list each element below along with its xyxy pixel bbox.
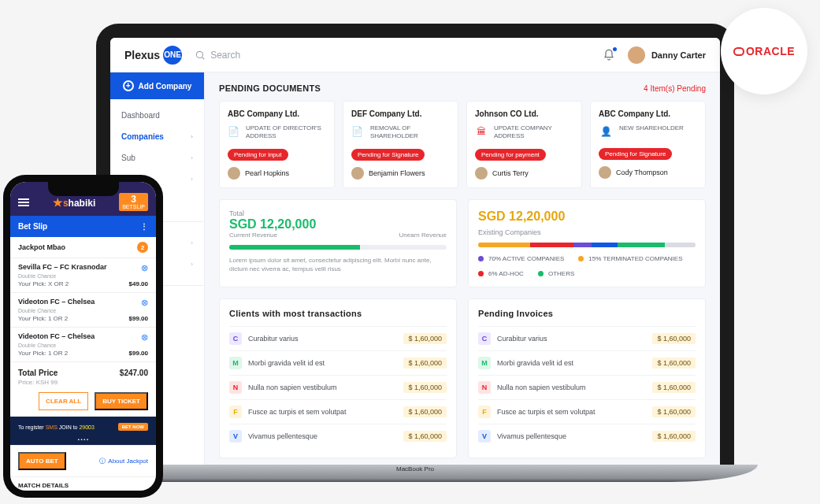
companies-subtitle: Existing Companies: [478, 228, 696, 236]
revenue-total-label: Total: [229, 209, 447, 217]
row-name: Curabitur varius: [248, 335, 299, 343]
about-jackpot-link[interactable]: ⓘ About Jackpot: [99, 457, 148, 465]
document-icon: 📄: [228, 124, 239, 139]
chevron-right-icon: ›: [191, 176, 193, 183]
laptop-base: MacBook Pro: [72, 465, 758, 482]
row-name: Vivamus pellentesque: [497, 432, 566, 440]
table-row[interactable]: M Morbi gravida velit id est $ 1,60,000: [478, 350, 696, 375]
table-row[interactable]: F Fusce ac turpis et sem volutpat $ 1,60…: [478, 399, 696, 424]
document-icon: 📄: [351, 124, 364, 139]
avatar: [475, 167, 488, 180]
legend-item: 6% AD-HOC: [478, 270, 524, 277]
remove-icon[interactable]: ⊗: [141, 298, 148, 308]
card-company: Johnson CO Ltd.: [475, 109, 573, 118]
match-name: Videoton FC – Chelsea: [18, 298, 95, 308]
card-company: ABC Company Ltd.: [228, 109, 326, 118]
sidebar-item[interactable]: Dashboard: [110, 106, 204, 125]
pending-count-link[interactable]: 4 Item(s) Pending: [644, 84, 706, 93]
bet-now-button[interactable]: BET NOW: [118, 423, 148, 431]
chevron-right-icon: ›: [191, 261, 193, 268]
row-value: $ 1,60,000: [652, 333, 696, 344]
status-badge: Pending for input: [228, 149, 288, 161]
total-value: $247.00: [120, 369, 148, 377]
row-value: $ 1,60,000: [403, 358, 447, 369]
row-letter-badge: M: [229, 357, 242, 369]
card-person: Curtis Terry: [492, 169, 529, 177]
row-name: Fusce ac turpis et sem volutpat: [497, 408, 596, 416]
dashboard-screen: Plexus ONE Search Danny Carter + A: [110, 38, 720, 465]
bet-price: $49.00: [129, 280, 148, 287]
invoices-panel: Pending Invoices C Curabitur varius $ 1,…: [468, 298, 706, 458]
pending-card[interactable]: ABC Company Ltd. 📄 UPDATE OF DIRECTOR'S …: [219, 101, 335, 188]
card-person: Pearl Hopkins: [245, 169, 289, 177]
jackpot-row[interactable]: Jackpot Mbao 2: [10, 237, 156, 258]
row-letter-badge: F: [229, 406, 242, 418]
table-row[interactable]: C Curabitur varius $ 1,60,000: [229, 326, 447, 350]
row-value: $ 1,60,000: [652, 382, 696, 393]
match-name: Sevilla FC – FC Krasnodar: [18, 263, 107, 273]
app-logo[interactable]: Plexus ONE: [124, 46, 182, 65]
row-letter-badge: N: [229, 381, 242, 394]
add-company-button[interactable]: + Add Company: [110, 72, 204, 99]
remove-icon[interactable]: ⊗: [141, 263, 148, 273]
table-row[interactable]: F Fusce ac turpis et sem volutpat $ 1,60…: [229, 399, 447, 424]
search-input[interactable]: Search: [195, 50, 240, 61]
pending-card[interactable]: Johnson CO Ltd. 🏛 UPDATE COMPANY ADDRESS…: [466, 101, 582, 188]
bet-price: $99.00: [129, 350, 148, 357]
app-header: Plexus ONE Search Danny Carter: [110, 38, 720, 72]
remove-icon[interactable]: ⊗: [141, 332, 148, 343]
bet-type: Double Chance: [18, 308, 148, 313]
avatar: [228, 167, 240, 180]
betslip-title-bar: Bet Slip ⋮: [10, 216, 156, 237]
betslip-badge[interactable]: 3 BETSLIP: [119, 193, 148, 211]
hamburger-icon[interactable]: [18, 198, 29, 206]
chevron-right-icon: ›: [191, 239, 193, 246]
document-icon: 🏛: [475, 124, 488, 139]
register-banner[interactable]: To register SMS JOIN to 29003 BET NOW: [10, 417, 156, 437]
document-icon: 👤: [599, 124, 613, 139]
logo-text-right: ONE: [163, 46, 182, 65]
row-letter-badge: N: [478, 381, 491, 394]
logo-text-left: Plexus: [124, 49, 160, 61]
clear-all-button[interactable]: CLEAR ALL: [39, 392, 88, 410]
more-icon[interactable]: ⋮: [140, 222, 148, 231]
notifications-bell[interactable]: [603, 49, 615, 61]
unearn-rev-label: Unearn Revenue: [399, 232, 447, 239]
table-row[interactable]: V Vivamus pellentesque $ 1,60,000: [229, 424, 447, 448]
user-menu[interactable]: Danny Carter: [628, 46, 706, 64]
companies-panel: SGD 12,20,000 Existing Companies 70% ACT…: [468, 199, 706, 287]
your-pick: Your Pick: 1 OR 2: [18, 350, 129, 357]
pending-card[interactable]: ABC Company Ltd. 👤 NEW SHAREHOLDER Pendi…: [590, 101, 706, 188]
invoices-heading: Pending Invoices: [478, 309, 696, 318]
sidebar-item[interactable]: Companies›: [110, 127, 204, 146]
table-row[interactable]: M Morbi gravida velit id est $ 1,60,000: [229, 350, 447, 375]
phone-frame: ★shabiki 3 BETSLIP Bet Slip ⋮ Jackpot Mb…: [3, 175, 163, 498]
legend-item: 15% TERMINATED COMPANIES: [578, 255, 682, 262]
table-row[interactable]: N Nulla non sapien vestibulum $ 1,60,000: [478, 375, 696, 399]
revenue-note: Lorem ipsum dolor sit amet, consectetur …: [229, 256, 447, 273]
card-action: NEW SHAREHOLDER: [619, 124, 684, 132]
chevron-right-icon: ›: [191, 154, 193, 161]
phone-screen: ★shabiki 3 BETSLIP Bet Slip ⋮ Jackpot Mb…: [10, 182, 156, 491]
table-row[interactable]: V Vivamus pellentesque $ 1,60,000: [478, 424, 696, 448]
your-pick: Your Pick: X OR 2: [18, 280, 129, 287]
card-person: Cody Thompson: [616, 169, 668, 176]
phone-brand[interactable]: ★shabiki: [35, 196, 113, 209]
row-value: $ 1,60,000: [403, 382, 447, 393]
sidebar-item[interactable]: Sub›: [110, 148, 204, 168]
row-letter-badge: C: [229, 332, 242, 345]
betslip-title: Bet Slip: [18, 222, 47, 231]
row-letter-badge: V: [229, 430, 242, 443]
auto-bet-button[interactable]: AUTO BET: [18, 452, 66, 470]
table-row[interactable]: C Curabitur varius $ 1,60,000: [478, 326, 696, 350]
row-name: Fusce ac turpis et sem volutpat: [248, 408, 347, 416]
legend-dot-icon: [478, 271, 484, 276]
table-row[interactable]: N Nulla non sapien vestibulum $ 1,60,000: [229, 375, 447, 399]
main-content: PENDING DOCUMENTS 4 Item(s) Pending ABC …: [205, 72, 720, 465]
info-icon: ⓘ: [99, 457, 106, 465]
laptop-frame: Plexus ONE Search Danny Carter + A: [96, 24, 734, 465]
chevron-right-icon: ›: [191, 133, 193, 140]
buy-ticket-button[interactable]: BUY TICKET: [95, 392, 148, 410]
pending-card[interactable]: DEF Company Ltd. 📄 REMOVAL OF SHAREHOLDE…: [343, 101, 458, 188]
row-value: $ 1,60,000: [652, 358, 696, 369]
